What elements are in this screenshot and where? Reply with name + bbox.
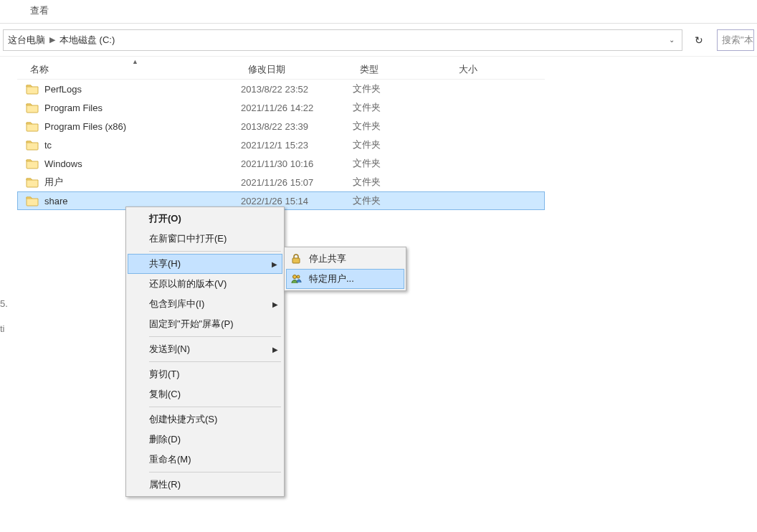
menu-view[interactable]: 查看 [23,3,56,19]
menu-separator [149,336,281,337]
file-name-cell: PerfLogs [26,83,241,95]
menu-include-library[interactable]: 包含到库中(I) ▶ [128,294,282,314]
file-date: 2013/8/22 23:52 [241,84,353,95]
menu-create-shortcut[interactable]: 创建快捷方式(S) [128,409,282,429]
file-name: Program Files (x86) [44,121,126,132]
menu-send-to[interactable]: 发送到(N) ▶ [128,339,282,359]
sort-indicator-icon: ▲ [132,58,138,65]
lock-icon [289,252,303,266]
svg-point-1 [293,275,297,279]
file-date: 2021/11/26 15:07 [241,177,353,188]
file-type: 文件夹 [353,101,452,114]
svg-rect-0 [292,258,300,263]
folder-icon [26,120,39,132]
menu-share-label: 共享(H) [149,257,181,270]
menu-open[interactable]: 打开(O) [128,209,282,229]
address-bar[interactable]: 这台电脑 ▶ 本地磁盘 (C:) ⌄ [3,29,682,51]
file-name-cell: Program Files [26,102,241,113]
file-name: Program Files [44,103,103,113]
menu-share[interactable]: 共享(H) ▶ [128,254,282,274]
file-name: PerfLogs [44,84,82,95]
menu-restore-versions[interactable]: 还原以前的版本(V) [128,274,282,294]
svg-point-2 [297,275,300,278]
menu-properties[interactable]: 属性(R) [128,475,282,495]
submenu-arrow-icon: ▶ [272,346,278,353]
context-menu: 打开(O) 在新窗口中打开(E) 共享(H) ▶ 还原以前的版本(V) 包含到库… [125,206,285,497]
submenu-users-label: 特定用户... [309,272,354,285]
file-type: 文件夹 [353,176,452,189]
menu-separator [149,407,281,407]
file-name-cell: tc [26,139,241,151]
search-placeholder: 搜索"本 [722,34,753,47]
menu-delete[interactable]: 删除(D) [128,429,282,450]
gutter-text-1: 5. [0,298,8,309]
address-dropdown-icon[interactable]: ⌄ [666,36,677,44]
file-row[interactable]: 用户2021/11/26 15:07文件夹 [17,173,545,191]
file-name: 用户 [44,176,63,189]
file-date: 2021/11/30 10:16 [241,158,353,169]
folder-icon [26,139,39,151]
column-headers: 名称 修改日期 类型 大小 [17,60,545,80]
file-name-cell: Windows [26,158,241,169]
refresh-button[interactable]: ↻ [688,29,710,51]
folder-icon [26,158,39,169]
menu-include-label: 包含到库中(I) [149,298,204,310]
file-name: tc [44,140,52,151]
breadcrumb-chevron-icon[interactable]: ▶ [45,35,59,44]
menu-bar: 查看 [0,0,757,24]
search-input[interactable]: 搜索"本 [717,29,754,51]
menu-open-new-window[interactable]: 在新窗口中打开(E) [128,229,282,249]
file-type: 文件夹 [353,120,452,133]
folder-icon [26,102,39,113]
file-row[interactable]: Program Files2021/11/26 14:22文件夹 [17,98,545,117]
file-date: 2021/11/26 14:22 [241,103,353,113]
gutter-text-2: ti [0,323,8,334]
column-header-date[interactable]: 修改日期 [248,63,360,76]
file-name: Windows [44,158,82,169]
users-icon [289,272,303,286]
file-list: ▲ 名称 修改日期 类型 大小 PerfLogs2013/8/22 23:52文… [17,60,545,210]
file-type: 文件夹 [353,194,452,207]
folder-icon [26,83,39,95]
file-date: 2013/8/22 23:39 [241,121,353,132]
file-type: 文件夹 [353,82,452,95]
file-name-cell: share [26,195,241,206]
file-name-cell: 用户 [26,176,241,189]
menu-sendto-label: 发送到(N) [149,343,190,356]
submenu-stop-share[interactable]: 停止共享 [286,249,404,269]
file-name-cell: Program Files (x86) [26,120,241,132]
breadcrumb-segment-0[interactable]: 这台电脑 [8,34,45,47]
submenu-specific-users[interactable]: 特定用户... [286,269,404,289]
share-submenu: 停止共享 特定用户... [284,247,406,291]
file-row[interactable]: Program Files (x86)2013/8/22 23:39文件夹 [17,117,545,136]
menu-cut[interactable]: 剪切(T) [128,364,282,384]
refresh-icon: ↻ [695,34,703,46]
file-date: 2022/1/26 15:14 [241,196,353,206]
menu-copy[interactable]: 复制(C) [128,384,282,404]
menu-pin-start[interactable]: 固定到"开始"屏幕(P) [128,314,282,334]
file-row[interactable]: PerfLogs2013/8/22 23:52文件夹 [17,80,545,98]
file-type: 文件夹 [353,157,452,170]
folder-icon [26,176,39,188]
left-gutter: 5. ti [0,298,8,348]
file-name: share [44,196,68,206]
file-type: 文件夹 [353,138,452,151]
breadcrumb-segment-1[interactable]: 本地磁盘 (C:) [59,34,115,47]
menu-rename[interactable]: 重命名(M) [128,450,282,470]
column-header-type[interactable]: 类型 [360,63,459,76]
submenu-arrow-icon: ▶ [272,260,277,268]
folder-icon [26,195,39,206]
file-row[interactable]: Windows2021/11/30 10:16文件夹 [17,154,545,173]
menu-separator [149,361,281,362]
menu-separator [149,251,281,252]
menu-separator [149,472,281,472]
file-row[interactable]: tc2021/12/1 15:23文件夹 [17,136,545,154]
navigation-row: 这台电脑 ▶ 本地磁盘 (C:) ⌄ ↻ 搜索"本 [0,24,757,57]
column-header-size[interactable]: 大小 [459,63,545,76]
submenu-stop-label: 停止共享 [309,252,346,265]
file-date: 2021/12/1 15:23 [241,140,353,151]
submenu-arrow-icon: ▶ [272,300,278,308]
